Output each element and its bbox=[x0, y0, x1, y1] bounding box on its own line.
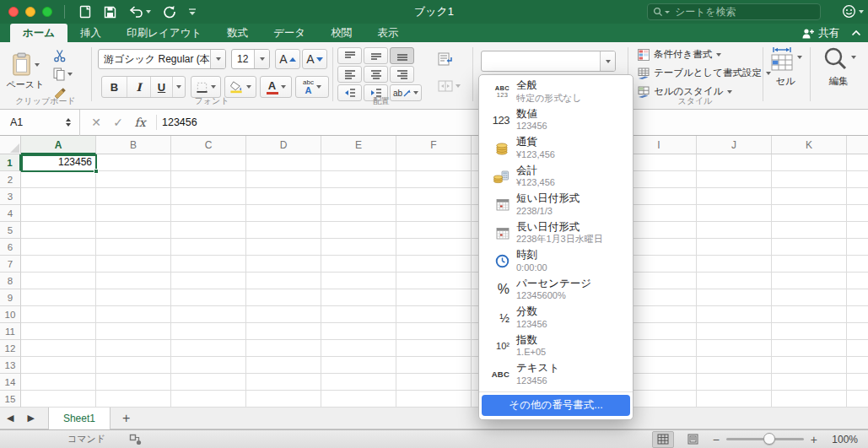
grid-cell[interactable] bbox=[847, 239, 868, 256]
grid-cell[interactable] bbox=[21, 357, 96, 374]
grid-cell[interactable] bbox=[321, 273, 396, 289]
zoom-slider-knob[interactable] bbox=[763, 433, 775, 445]
grid-cell[interactable] bbox=[96, 340, 171, 357]
align-bottom-button[interactable] bbox=[390, 47, 414, 64]
formula-input[interactable]: 123456 bbox=[162, 116, 197, 128]
align-top-button[interactable] bbox=[337, 47, 362, 64]
grid-cell[interactable] bbox=[21, 340, 96, 357]
grid-cell[interactable] bbox=[21, 188, 96, 205]
grid-cell[interactable] bbox=[171, 154, 246, 171]
grid-cell[interactable] bbox=[171, 205, 246, 222]
page-layout-view-button[interactable] bbox=[682, 431, 704, 448]
tab-page-layout[interactable]: 印刷レイアウト bbox=[114, 24, 214, 42]
grid-cell[interactable] bbox=[772, 188, 847, 205]
grid-cell[interactable] bbox=[697, 357, 772, 374]
grid-cell[interactable] bbox=[246, 357, 321, 374]
grid-cell[interactable] bbox=[246, 239, 321, 256]
grid-cell[interactable] bbox=[321, 289, 396, 306]
copy-button[interactable] bbox=[47, 66, 78, 83]
align-left-button[interactable] bbox=[337, 66, 362, 83]
grid-cell[interactable] bbox=[171, 273, 246, 289]
grid-cell[interactable]: 123456 bbox=[21, 154, 96, 171]
grid-cell[interactable] bbox=[396, 340, 472, 357]
grid-cell[interactable] bbox=[96, 171, 171, 188]
grid-cell[interactable] bbox=[847, 171, 868, 188]
grid-cell[interactable] bbox=[21, 256, 96, 273]
align-center-button[interactable] bbox=[364, 66, 388, 83]
grid-cell[interactable] bbox=[171, 188, 246, 205]
grid-cell[interactable] bbox=[772, 374, 847, 391]
grid-cell[interactable] bbox=[96, 289, 171, 306]
font-name-combo[interactable]: 游ゴシック Regular (本... bbox=[98, 49, 226, 69]
format-option-percentage[interactable]: % パーセンテージ12345600% bbox=[479, 276, 633, 305]
grid-cell[interactable] bbox=[396, 256, 472, 273]
grid-cell[interactable] bbox=[21, 222, 96, 239]
tab-review[interactable]: 校閲 bbox=[318, 24, 364, 42]
grid-cell[interactable] bbox=[697, 154, 772, 171]
grid-cell[interactable] bbox=[847, 374, 868, 391]
grid-cell[interactable] bbox=[321, 357, 396, 374]
underline-button[interactable]: U bbox=[151, 77, 173, 97]
zoom-percentage[interactable]: 100% bbox=[826, 434, 858, 445]
grid-cell[interactable] bbox=[246, 374, 321, 391]
grid-cell[interactable] bbox=[321, 374, 396, 391]
grid-cell[interactable] bbox=[246, 171, 321, 188]
undo-button[interactable] bbox=[122, 4, 157, 19]
zoom-out-button[interactable]: − bbox=[713, 433, 720, 446]
normal-view-button[interactable] bbox=[652, 431, 674, 448]
grid-cell[interactable] bbox=[772, 222, 847, 239]
font-size-dropdown-button[interactable] bbox=[254, 50, 269, 68]
row-header[interactable]: 11 bbox=[0, 323, 21, 340]
grid-cell[interactable] bbox=[697, 205, 772, 222]
row-header[interactable]: 12 bbox=[0, 340, 21, 357]
grid-cell[interactable] bbox=[21, 323, 96, 340]
grid-cell[interactable] bbox=[697, 374, 772, 391]
grid-cell[interactable] bbox=[246, 222, 321, 239]
grid-cell[interactable] bbox=[772, 323, 847, 340]
grid-cell[interactable] bbox=[847, 323, 868, 340]
collapse-ribbon-button[interactable] bbox=[851, 30, 861, 36]
enter-button[interactable]: ✓ bbox=[107, 116, 129, 129]
minimize-button[interactable] bbox=[25, 7, 35, 17]
row-header[interactable]: 6 bbox=[0, 239, 21, 256]
share-button[interactable]: 共有 bbox=[801, 26, 839, 40]
merge-cells-button[interactable] bbox=[430, 76, 467, 96]
grid-cell[interactable] bbox=[396, 188, 472, 205]
grid-cell[interactable] bbox=[96, 188, 171, 205]
cancel-button[interactable]: ✕ bbox=[85, 116, 107, 129]
new-document-button[interactable] bbox=[73, 3, 98, 20]
zoom-slider-track[interactable] bbox=[726, 438, 804, 440]
row-header[interactable]: 14 bbox=[0, 374, 21, 391]
grid-cell[interactable] bbox=[246, 205, 321, 222]
grid-cell[interactable] bbox=[321, 256, 396, 273]
grid-cell[interactable] bbox=[171, 306, 246, 323]
grid-cell[interactable] bbox=[697, 273, 772, 289]
grid-cell[interactable] bbox=[171, 323, 246, 340]
grid-cell[interactable] bbox=[697, 340, 772, 357]
grid-cell[interactable] bbox=[96, 323, 171, 340]
grid-cell[interactable] bbox=[321, 171, 396, 188]
format-option-time[interactable]: 時刻0:00:00 bbox=[479, 247, 633, 276]
grid-cell[interactable] bbox=[171, 222, 246, 239]
grid-cell[interactable] bbox=[396, 289, 472, 306]
grid-cell[interactable] bbox=[96, 391, 171, 408]
grid-cell[interactable] bbox=[697, 323, 772, 340]
grid-cell[interactable] bbox=[171, 239, 246, 256]
grid-cell[interactable] bbox=[171, 357, 246, 374]
grid-cell[interactable] bbox=[772, 273, 847, 289]
column-header[interactable]: C bbox=[171, 136, 246, 154]
font-size-combo[interactable]: 12 bbox=[231, 49, 270, 69]
tab-formulas[interactable]: 数式 bbox=[214, 24, 261, 42]
grid-cell[interactable] bbox=[171, 289, 246, 306]
format-option-short-date[interactable]: 短い日付形式2238/1/3 bbox=[479, 191, 633, 219]
row-header[interactable]: 8 bbox=[0, 273, 21, 289]
grid-cell[interactable] bbox=[847, 306, 868, 323]
insert-function-button[interactable]: fx bbox=[129, 116, 151, 129]
grid-cell[interactable] bbox=[697, 289, 772, 306]
redo-button[interactable] bbox=[157, 3, 182, 20]
grid-cell[interactable] bbox=[21, 374, 96, 391]
row-header[interactable]: 9 bbox=[0, 289, 21, 306]
grid-cell[interactable] bbox=[96, 374, 171, 391]
grid-cell[interactable] bbox=[246, 323, 321, 340]
save-button[interactable] bbox=[98, 4, 122, 20]
